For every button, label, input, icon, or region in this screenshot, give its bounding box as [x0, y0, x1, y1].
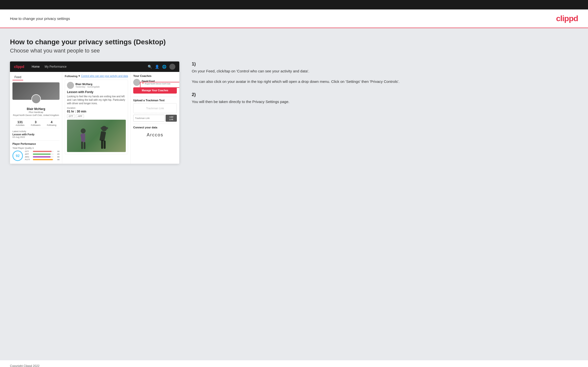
site-header: How to change your privacy settings clip…	[0, 9, 588, 28]
demo-area: clippd Home My Performance 🔍 👤 🌐 Feed	[10, 61, 578, 164]
following-button[interactable]: Following ▾	[65, 74, 80, 78]
svg-rect-6	[101, 127, 108, 129]
activity-image	[67, 120, 126, 152]
activity-card: Blair McHarg Yesterday · Sunningdale Les…	[65, 80, 128, 154]
user-icon[interactable]: 👤	[155, 65, 159, 69]
user-avatar[interactable]	[169, 64, 175, 70]
svg-rect-7	[99, 131, 106, 141]
step-2: 2) You will then be taken directly to th…	[192, 92, 578, 105]
app-nav: clippd Home My Performance 🔍 👤 🌐	[10, 61, 179, 72]
duration-value: 01 hr : 30 min	[67, 110, 126, 113]
top-bar	[0, 0, 588, 9]
stat-followers: 3 Followers	[31, 120, 41, 126]
browser-mockup: clippd Home My Performance 🔍 👤 🌐 Feed	[10, 61, 179, 164]
coach-avatar	[133, 79, 140, 86]
pq-bars: OTT 90 APP 85 ARG	[25, 150, 60, 161]
connect-section: Connect your data Arccos	[133, 124, 177, 140]
profile-club: Royal North Devon Golf Club, United King…	[12, 114, 60, 116]
instructions-panel: 1) On your Feed, click/tap on 'Control w…	[189, 61, 578, 112]
coach-name: David Ford	[142, 80, 170, 83]
pq-score: 92	[12, 151, 23, 161]
activity-title: Lesson with Fordy	[67, 90, 126, 94]
coach-item: David Ford 📍 Royal North Devon Golf Club	[133, 79, 177, 86]
profile-stats: 131 Activities 3 Followers 4 Following	[12, 118, 60, 128]
followers-label: Followers	[31, 124, 41, 126]
svg-point-0	[81, 128, 86, 133]
site-footer: Copyright Clippd 2022	[0, 360, 588, 367]
upload-section: Upload a Trackman Test Trackman Link Add…	[133, 97, 177, 122]
duration-label: Duration	[67, 107, 126, 109]
step-2-text: You will then be taken directly to the P…	[192, 99, 578, 105]
step-1: 1) On your Feed, click/tap on 'Control w…	[192, 61, 578, 85]
following-label: Following	[47, 124, 56, 126]
app-body: Feed Blair McHarg Plus Handicap Royal No…	[10, 72, 179, 164]
pq-area: 92 OTT 90 APP 85	[12, 150, 60, 161]
manage-coaches-button[interactable]: Manage Your Coaches	[133, 87, 177, 94]
nav-link-home[interactable]: Home	[32, 65, 40, 68]
main-subheading: Choose what you want people to see	[10, 48, 578, 54]
stat-activities: 131 Activities	[16, 120, 25, 126]
feed-panel: Following ▾ Control who can see your act…	[62, 72, 131, 164]
profile-avatar	[31, 94, 41, 104]
step-2-num: 2)	[192, 92, 578, 97]
activity-user: Blair McHarg Yesterday · Sunningdale	[67, 82, 126, 89]
upload-title: Upload a Trackman Test	[133, 99, 177, 102]
right-panel: Your Coaches David Ford 📍 Royal North De…	[131, 72, 179, 164]
coaches-section: Your Coaches David Ford 📍 Royal North De…	[133, 74, 177, 94]
svg-rect-3	[81, 142, 83, 149]
coaches-title: Your Coaches	[133, 74, 177, 77]
trackman-input[interactable]	[133, 115, 165, 122]
activity-desc: Looking to feel like my hands are exitin…	[67, 95, 126, 105]
step-1-num: 1)	[192, 61, 578, 67]
bar-app: APP 85	[25, 153, 60, 155]
bar-ott: OTT 90	[25, 150, 60, 153]
total-pq-label: Total Player Quality ℹ	[12, 147, 60, 149]
app-logo: clippd	[14, 65, 24, 69]
tag-badges: OTT APP	[67, 114, 126, 118]
stat-following: 4 Following	[47, 120, 56, 126]
player-perf-title: Player Performance	[12, 140, 60, 145]
page-title: How to change your privacy settings	[10, 16, 70, 21]
nav-link-performance[interactable]: My Performance	[45, 65, 66, 68]
copyright-text: Copyright Clippd 2022	[10, 364, 40, 367]
location-icon: 📍	[142, 83, 144, 85]
activity-meta: Yesterday · Sunningdale	[75, 86, 100, 88]
svg-rect-4	[84, 142, 85, 149]
profile-hero	[12, 82, 60, 100]
add-link-button[interactable]: Add Link	[166, 115, 177, 122]
clippd-logo: clippd	[556, 14, 578, 23]
latest-activity-date: 03 Aug 2022	[12, 136, 60, 138]
latest-activity-label: Latest Activity	[12, 130, 60, 133]
coach-club: 📍 Royal North Devon Golf Club	[142, 83, 170, 85]
main-content: How to change your privacy settings (Des…	[0, 28, 588, 360]
left-panel: Feed Blair McHarg Plus Handicap Royal No…	[10, 72, 62, 164]
step-1-extra: You can also click on your avatar in the…	[192, 79, 578, 85]
info-icon: ℹ	[33, 147, 33, 149]
bar-arg: ARG 86	[25, 156, 60, 158]
followers-count: 3	[31, 120, 41, 124]
connect-title: Connect your data	[133, 126, 177, 129]
step-1-text: On your Feed, click/tap on 'Control who …	[192, 68, 578, 74]
activities-count: 131	[16, 120, 25, 124]
golfer-svg-2	[94, 125, 114, 152]
svg-rect-8	[101, 140, 103, 149]
golfer-svg-1	[76, 127, 96, 152]
activities-label: Activities	[16, 124, 25, 126]
latest-activity-name: Lesson with Fordy	[12, 133, 60, 136]
trackman-placeholder: Trackman Link	[133, 103, 177, 113]
chevron-down-icon: ▾	[78, 74, 80, 78]
following-count: 4	[47, 120, 56, 124]
globe-icon[interactable]: 🌐	[162, 65, 166, 69]
main-heading: How to change your privacy settings (Des…	[10, 38, 578, 46]
search-icon[interactable]: 🔍	[148, 65, 152, 69]
nav-icons: 🔍 👤 🌐	[148, 64, 175, 70]
tag-app: APP	[76, 114, 84, 118]
activity-username: Blair McHarg	[75, 83, 100, 86]
bar-putt: PUTT 96	[25, 158, 60, 161]
profile-badge: Plus Handicap	[12, 111, 60, 113]
arccos-logo: Arccos	[133, 130, 177, 140]
control-privacy-link[interactable]: Control who can see your activity and da…	[81, 75, 128, 77]
trackman-input-row: Add Link	[133, 115, 177, 122]
feed-tab[interactable]: Feed	[12, 74, 23, 80]
activity-avatar	[67, 82, 74, 89]
